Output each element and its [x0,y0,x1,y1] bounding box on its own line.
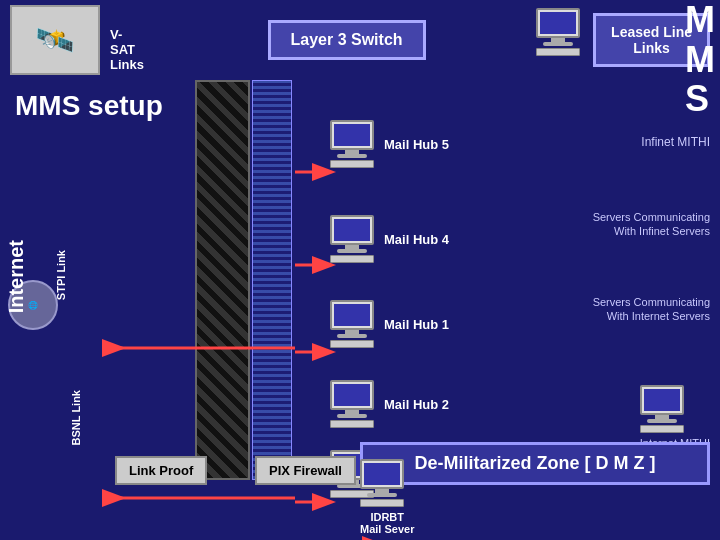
mail-hub-5-row: Mail Hub 5 [330,120,449,168]
mail-hub-1-label: Mail Hub 1 [384,317,449,332]
mail-hub-4-label: Mail Hub 4 [384,232,449,247]
layer3-switch-box: Layer 3 Switch [268,20,426,60]
servers-internet-label: Servers Communicating With Internet Serv… [580,295,710,324]
pix-firewall-box[interactable]: PIX Firewall [255,456,356,485]
pix-firewall-label: PIX Firewall [269,463,342,478]
mail-hub-1-icon [330,300,374,348]
top-bar: 🛰️ V-SAT Links Layer 3 Switch Leased Lin… [0,0,720,80]
mail-hub-5-label: Mail Hub 5 [384,137,449,152]
idrbt-icon [360,459,404,507]
keyboard [536,48,580,56]
mail-hub-4-icon [330,215,374,263]
mail-hub-2-row: Mail Hub 2 [330,380,449,428]
bsnl-label: BSNL Link [70,390,82,445]
dotted-column [252,80,292,480]
leased-line-label: Leased LineLinks [611,24,692,56]
servers-infinet-label: Servers Communicating With Infinet Serve… [580,210,710,239]
mail-hub-4-row: Mail Hub 4 [330,215,449,263]
top-right-computer [536,8,580,56]
mail-hub-2-icon [330,380,374,428]
monitor [536,8,580,38]
internet-mithi-icon [640,385,684,433]
link-proof-box[interactable]: Link Proof [115,456,207,485]
mail-hub-5-icon [330,120,374,168]
mms-title: MMS setup [15,90,163,122]
vsat-label: V-SAT Links [110,27,144,72]
monitor-screen [540,12,576,34]
infinet-mithi-label: Infinet MITHI [641,135,710,149]
dmz-label: De-Militarized Zone [ D M Z ] [415,453,656,473]
monitor-base [543,42,573,46]
idrbt-area: IDRBTMail Sever [360,459,414,535]
satellite-box: 🛰️ [10,5,100,75]
striped-column [195,80,250,480]
internet-label: Internet [5,240,28,313]
satellite-icon: 🛰️ [35,21,75,59]
internet-mithi-area: Internet MITHI [640,385,710,449]
mail-hub-2-label: Mail Hub 2 [384,397,449,412]
idrbt-label: IDRBTMail Sever [360,511,414,535]
stpi-label: STPI Link [55,250,67,300]
mms-content: MMS setup 🌐 Internet STPI Link BSNL Link… [0,80,720,540]
mail-hub-1-row: Mail Hub 1 [330,300,449,348]
internet-circle-label: 🌐 [28,301,38,310]
link-proof-label: Link Proof [129,463,193,478]
layer3-label: Layer 3 Switch [291,31,403,48]
